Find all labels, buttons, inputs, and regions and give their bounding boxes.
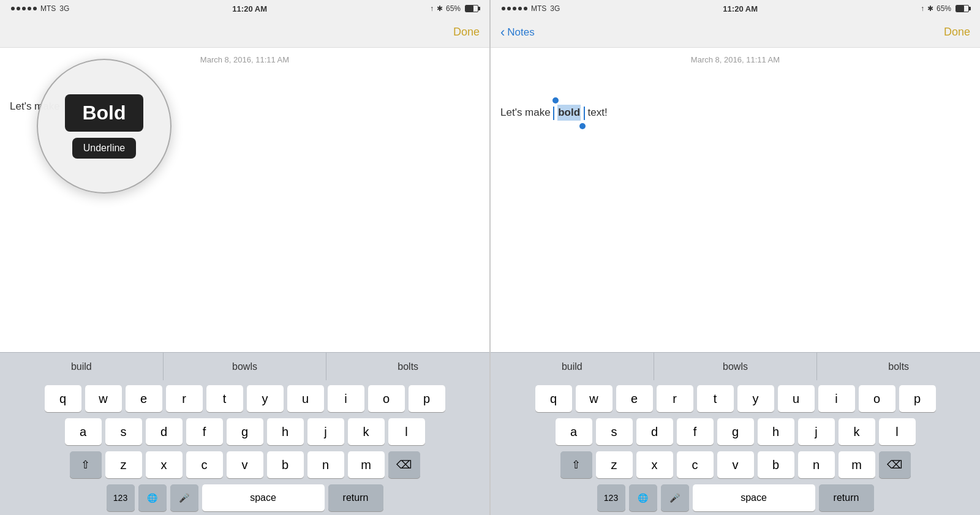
right-status-bar: MTS 3G 11:20 AM ↑ ✱ 65% <box>491 0 980 17</box>
key-b[interactable]: b <box>267 451 304 478</box>
key-d[interactable]: d <box>146 418 183 445</box>
key-o[interactable]: o <box>368 385 405 412</box>
magnifier-circle: Bold Underline <box>37 59 172 194</box>
key-s[interactable]: s <box>105 418 142 445</box>
key-q[interactable]: q <box>45 385 81 412</box>
autocomplete-word-1[interactable]: bowls <box>164 353 327 380</box>
right-autocomplete-bar: build bowls bolts <box>491 352 980 380</box>
right-text-after: text! <box>585 107 608 118</box>
key-z[interactable]: z <box>105 451 142 478</box>
right-note-text-area: Let's make bold text! <box>500 74 970 121</box>
r-key-i[interactable]: i <box>818 385 855 412</box>
r-key-x[interactable]: x <box>636 451 673 478</box>
r-key-b[interactable]: b <box>758 451 794 478</box>
left-num-key[interactable]: 123 <box>107 484 135 511</box>
right-shift-key[interactable]: ⇧ <box>560 451 592 478</box>
r-key-m[interactable]: m <box>839 451 875 478</box>
key-c[interactable]: c <box>186 451 223 478</box>
right-key-row-3: ⇧ z x c v b n m ⌫ <box>493 451 978 478</box>
magnifier-underline-label: Underline <box>72 138 136 159</box>
right-back-button[interactable]: ‹ Notes <box>500 26 535 39</box>
left-space-key[interactable]: space <box>202 484 325 511</box>
left-globe-key[interactable]: 🌐 <box>138 484 167 511</box>
selection-cursor-right <box>584 107 585 120</box>
selection-cursor-left <box>553 107 554 120</box>
key-x[interactable]: x <box>146 451 183 478</box>
right-status-right: ↑ ✱ 65% <box>921 4 969 13</box>
right-autocomplete-word-0[interactable]: build <box>491 353 654 380</box>
r-key-h[interactable]: h <box>758 418 794 445</box>
left-key-row-2: a s d f g h j k l <box>2 418 487 445</box>
r-key-o[interactable]: o <box>859 385 895 412</box>
key-a[interactable]: a <box>65 418 102 445</box>
key-e[interactable]: e <box>126 385 162 412</box>
r-key-p[interactable]: p <box>899 385 936 412</box>
key-y[interactable]: y <box>247 385 284 412</box>
key-w[interactable]: w <box>85 385 122 412</box>
r-key-w[interactable]: w <box>576 385 612 412</box>
key-t[interactable]: t <box>206 385 243 412</box>
r-key-g[interactable]: g <box>717 418 754 445</box>
right-done-button[interactable]: Done <box>944 26 970 39</box>
r-dot-2 <box>507 7 511 10</box>
r-key-d[interactable]: d <box>636 418 673 445</box>
key-p[interactable]: p <box>409 385 445 412</box>
r-key-z[interactable]: z <box>596 451 633 478</box>
key-i[interactable]: i <box>328 385 364 412</box>
left-key-row-3: ⇧ z x c v b n m ⌫ <box>2 451 487 478</box>
key-r[interactable]: r <box>166 385 203 412</box>
left-key-row-1: q w e r t y u i o p <box>2 385 487 412</box>
r-key-s[interactable]: s <box>596 418 633 445</box>
r-key-n[interactable]: n <box>798 451 835 478</box>
r-key-c[interactable]: c <box>677 451 714 478</box>
key-v[interactable]: v <box>227 451 263 478</box>
left-return-key[interactable]: return <box>328 484 383 511</box>
r-key-k[interactable]: k <box>839 418 875 445</box>
r-key-u[interactable]: u <box>778 385 815 412</box>
left-status-right: ↑ ✱ 65% <box>430 4 478 13</box>
left-autocomplete-bar: build bowls bolts <box>0 352 489 380</box>
selection-handle-bottom <box>579 123 586 129</box>
autocomplete-word-0[interactable]: build <box>0 353 164 380</box>
left-phone-panel: MTS 3G 11:20 AM ↑ ✱ 65% Done March 8, 20… <box>0 0 489 515</box>
r-key-r[interactable]: r <box>657 385 693 412</box>
key-m[interactable]: m <box>348 451 385 478</box>
key-h[interactable]: h <box>267 418 304 445</box>
key-j[interactable]: j <box>307 418 344 445</box>
right-autocomplete-word-2[interactable]: bolts <box>817 353 980 380</box>
key-f[interactable]: f <box>186 418 223 445</box>
r-key-v[interactable]: v <box>717 451 754 478</box>
r-key-a[interactable]: a <box>556 418 592 445</box>
selection-wrapper: bold <box>553 105 584 121</box>
right-bluetooth-icon: ✱ <box>927 4 933 13</box>
r-key-f[interactable]: f <box>677 418 714 445</box>
left-shift-key[interactable]: ⇧ <box>70 451 102 478</box>
key-g[interactable]: g <box>227 418 263 445</box>
right-autocomplete-word-1[interactable]: bowls <box>654 353 818 380</box>
r-key-q[interactable]: q <box>535 385 572 412</box>
right-return-key[interactable]: return <box>819 484 874 511</box>
right-mic-key[interactable]: 🎤 <box>661 484 689 511</box>
r-key-l[interactable]: l <box>879 418 916 445</box>
right-num-key[interactable]: 123 <box>597 484 625 511</box>
key-k[interactable]: k <box>348 418 385 445</box>
r-key-e[interactable]: e <box>616 385 653 412</box>
left-mic-key[interactable]: 🎤 <box>170 484 198 511</box>
right-delete-key[interactable]: ⌫ <box>879 451 911 478</box>
right-space-key[interactable]: space <box>693 484 815 511</box>
right-location-icon: ↑ <box>921 4 924 13</box>
right-keyboard: q w e r t y u i o p a s d f g h j k l ⇧ … <box>491 380 980 515</box>
r-key-j[interactable]: j <box>798 418 835 445</box>
key-u[interactable]: u <box>287 385 324 412</box>
left-done-button[interactable]: Done <box>453 26 480 39</box>
key-l[interactable]: l <box>388 418 425 445</box>
left-delete-key[interactable]: ⌫ <box>388 451 420 478</box>
right-battery-label: 65% <box>937 4 951 13</box>
r-key-y[interactable]: y <box>737 385 774 412</box>
right-battery-icon <box>956 5 969 12</box>
right-globe-key[interactable]: 🌐 <box>629 484 657 511</box>
autocomplete-word-2[interactable]: bolts <box>326 353 489 380</box>
r-key-t[interactable]: t <box>697 385 734 412</box>
right-phone-panel: MTS 3G 11:20 AM ↑ ✱ 65% ‹ Notes Done Mar… <box>491 0 980 515</box>
key-n[interactable]: n <box>307 451 344 478</box>
